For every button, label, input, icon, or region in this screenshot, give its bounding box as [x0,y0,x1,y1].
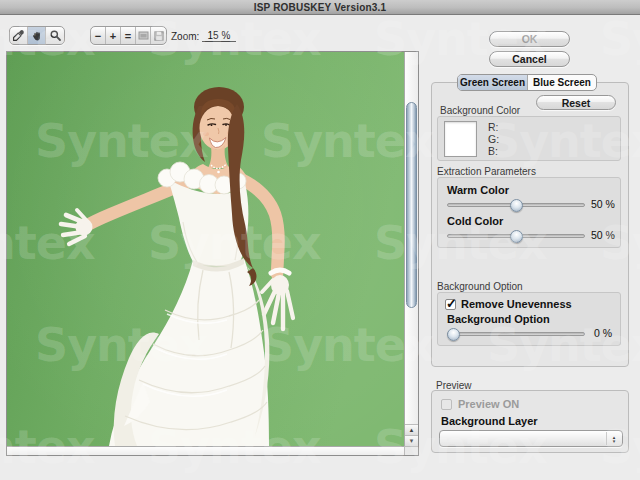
scrollbar-corner [404,446,418,455]
reset-button[interactable]: Reset [536,95,616,110]
warm-color-value: 50 % [591,198,621,210]
image-viewer: ▲ ▼ [6,51,419,456]
fit-window-button[interactable] [136,27,151,44]
hand-icon [30,29,43,42]
actual-size-button[interactable]: = [121,27,136,44]
scroll-up-arrow[interactable]: ▲ [405,424,418,435]
zoom-value-field[interactable]: 15 % [202,29,236,42]
extraction-box: Warm Color 50 % Cold Color 50 % [437,177,621,248]
screen-tabs: Green Screen Blue Screen [457,74,597,91]
zoom-controls-group: − + = [90,26,167,45]
remove-unevenness-checkbox[interactable]: ✓ [445,299,456,310]
zoom-out-button[interactable]: − [91,27,106,44]
background-option-slider[interactable] [447,332,585,336]
zoom-in-button[interactable]: + [106,27,121,44]
tab-blue-screen[interactable]: Blue Screen [527,75,596,90]
warm-color-label: Warm Color [447,184,509,196]
fit-window-icon [138,31,149,40]
cold-color-slider[interactable] [447,234,585,238]
preview-pane: Preview ON Background Layer ▴ ▾ [431,390,629,453]
preview-on-checkbox[interactable] [441,399,452,410]
zoom-unit: % [222,30,231,41]
cold-color-slider-thumb[interactable] [510,230,523,243]
hand-tool-button[interactable] [28,27,46,44]
tab-green-screen[interactable]: Green Screen [458,75,527,90]
popup-stepper-icon: ▴ ▾ [606,432,621,445]
background-option-slider-label: Background Option [447,313,550,325]
g-label: G: [488,133,499,145]
color-swatch[interactable] [444,121,477,157]
zoom-label: Zoom: [171,31,199,42]
cancel-button[interactable]: Cancel [489,51,570,67]
background-color-section-label: Background Color [440,105,520,116]
preview-on-label: Preview ON [458,398,519,410]
magnifier-icon [49,29,62,42]
vertical-scrollbar[interactable]: ▲ ▼ [404,52,418,446]
window-titlebar: ISP ROBUSKEY Version3.1 [0,0,640,15]
warm-color-slider-thumb[interactable] [510,199,523,212]
floppy-save-icon [154,31,164,41]
b-label: B: [488,145,498,157]
stepper-down-icon: ▾ [613,439,616,443]
background-layer-label: Background Layer [441,415,538,427]
scroll-down-arrow[interactable]: ▼ [405,435,418,446]
save-button[interactable] [151,27,166,44]
window-title: ISP ROBUSKEY Version3.1 [254,2,387,13]
eyedropper-icon [12,29,25,42]
background-option-slider-thumb[interactable] [447,328,460,341]
cold-color-value: 50 % [591,229,621,241]
zoom-value: 15 [207,30,218,41]
vertical-scrollbar-thumb[interactable] [406,102,417,308]
background-layer-popup[interactable]: ▴ ▾ [439,430,623,447]
magnifier-tool-button[interactable] [46,27,64,44]
background-option-section-label: Background Option [437,281,523,292]
tool-group [9,26,65,45]
checkmark-icon: ✓ [446,296,457,311]
background-option-box: ✓ Remove Unevenness Background Option 0 … [437,292,621,346]
green-screen-photo [7,52,404,446]
background-option-value: 0 % [594,327,624,339]
ok-button[interactable]: OK [489,31,570,47]
warm-color-slider[interactable] [447,203,585,207]
extraction-section-label: Extraction Parameters [437,166,536,177]
r-label: R: [488,121,499,133]
remove-unevenness-label: Remove Unevenness [461,298,572,310]
horizontal-scrollbar[interactable] [7,446,404,455]
watermark-text: Syntex [600,16,640,62]
eyedropper-tool-button[interactable] [10,27,28,44]
cold-color-label: Cold Color [447,215,503,227]
background-color-box: R: G: B: [437,116,621,161]
preview-canvas[interactable] [7,52,404,446]
